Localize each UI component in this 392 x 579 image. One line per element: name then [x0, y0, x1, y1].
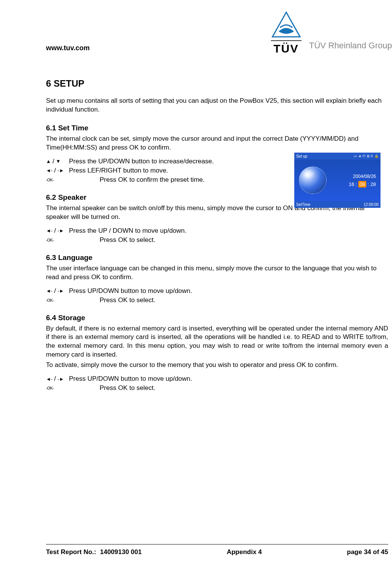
control-row: ◄-/-► Press UP/DOWN button to move up/do… — [46, 375, 388, 383]
screenshot-minute: 08 — [358, 181, 366, 188]
left-right-icon: ◄-/-► — [46, 375, 69, 383]
left-right-icon: ◄-/-► — [46, 227, 69, 235]
language-controls: ◄-/-► Press UP/DOWN button to move up/do… — [46, 287, 388, 304]
logo-area: TÜV TÜV Rheinland Group — [271, 12, 392, 55]
control-text: Press the UP / DOWN to move up/down. — [69, 227, 187, 235]
storage-body-1: By default, if there is no external memo… — [46, 324, 388, 360]
page: www.tuv.com TÜV TÜV Rheinland Group 6 SE… — [0, 0, 392, 579]
screenshot-date: 2004/08/26 — [349, 174, 376, 179]
page-header: www.tuv.com TÜV TÜV Rheinland Group — [0, 12, 392, 55]
control-row: ◄-/-► Press UP/DOWN button to move up/do… — [46, 287, 388, 295]
control-text: Press UP/DOWN button to move up/down. — [69, 375, 192, 383]
control-text: Press OK to select. — [100, 296, 156, 304]
tuv-group-text: TÜV Rheinland Group — [309, 41, 392, 55]
language-body: The user interface language can be chang… — [46, 264, 388, 282]
footer-report-label: Test Report No.: — [46, 548, 96, 556]
control-row: -OK- Press OK to select. — [46, 296, 388, 304]
heading-set-time: 6.1 Set Time — [46, 124, 388, 132]
footer-center: Appendix 4 — [227, 548, 262, 556]
globe-icon — [299, 166, 326, 194]
tuv-logo: TÜV — [271, 12, 302, 55]
control-text: Press LEF/RIGHT button to move. — [69, 167, 168, 174]
control-text: Press OK to select. — [100, 384, 156, 392]
storage-body-2: To activate, simply move the cursor to t… — [46, 361, 388, 370]
set-time-body: The internal clock can be set, simply mo… — [46, 135, 388, 152]
control-row: ◄-/-► Press the UP / DOWN to move up/dow… — [46, 227, 388, 235]
heading-storage: 6.4 Storage — [46, 314, 388, 322]
footer-report-number: 14009130 001 — [100, 548, 142, 556]
control-text: Press UP/DOWN button to move up/down. — [69, 287, 192, 295]
ok-icon: -OK- — [46, 298, 69, 303]
footer-page: page 34 of 45 — [347, 548, 388, 556]
screenshot-body: 2004/08/26 16 : 08 : 28 — [294, 160, 381, 201]
storage-controls: ◄-/-► Press UP/DOWN button to move up/do… — [46, 375, 388, 392]
screenshot-status-icons: ▭ ◄ ⏱ ⊞ ⚲ 🔒 — [354, 154, 379, 158]
device-screenshot: Set up ▭ ◄ ⏱ ⊞ ⚲ 🔒 2004/08/26 16 : 08 : … — [294, 153, 381, 208]
control-row: -OK- Press OK to select. — [46, 384, 388, 392]
screenshot-hour: 16 — [349, 181, 354, 187]
content: 6 SETUP Set up menu contains all sorts o… — [0, 78, 392, 392]
heading-language: 6.3 Language — [46, 253, 388, 262]
screenshot-titlebar: Set up ▭ ◄ ⏱ ⊞ ⚲ 🔒 — [294, 153, 381, 160]
footer-left: Test Report No.: 14009130 001 — [46, 548, 142, 556]
screenshot-mode: SetTime — [296, 202, 310, 207]
control-row: -OK- Press OK to select. — [46, 236, 388, 244]
up-down-icon: ▲/▼ — [46, 158, 69, 165]
screenshot-clock: 12:00:00 — [364, 202, 379, 207]
control-text: Press OK to select. — [100, 236, 156, 244]
screenshot-footer: SetTime 12:00:00 — [294, 201, 381, 208]
left-right-icon: ◄-/-► — [46, 287, 69, 295]
control-text: Press OK to confirm the preset time. — [100, 176, 205, 184]
screenshot-second: 28 — [371, 181, 376, 187]
control-text: Press the UP/DOWN button to increase/dec… — [69, 158, 214, 165]
heading-setup: 6 SETUP — [46, 78, 388, 89]
intro-text: Set up menu contains all sorts of settin… — [46, 97, 388, 114]
screenshot-title: Set up — [296, 154, 307, 158]
screenshot-time: 16 : 08 : 28 — [349, 181, 376, 187]
speaker-controls: ◄-/-► Press the UP / DOWN to move up/dow… — [46, 227, 388, 244]
screenshot-datetime: 2004/08/26 16 : 08 : 28 — [349, 174, 376, 187]
tuv-logo-text: TÜV — [271, 40, 302, 55]
tuv-triangle-icon — [271, 12, 302, 38]
page-footer: Test Report No.: 14009130 001 Appendix 4… — [46, 544, 388, 556]
left-right-icon: ◄-/-► — [46, 167, 69, 174]
header-url: www.tuv.com — [46, 44, 90, 55]
ok-icon: -OK- — [46, 178, 69, 182]
ok-icon: -OK- — [46, 386, 69, 390]
ok-icon: -OK- — [46, 238, 69, 242]
